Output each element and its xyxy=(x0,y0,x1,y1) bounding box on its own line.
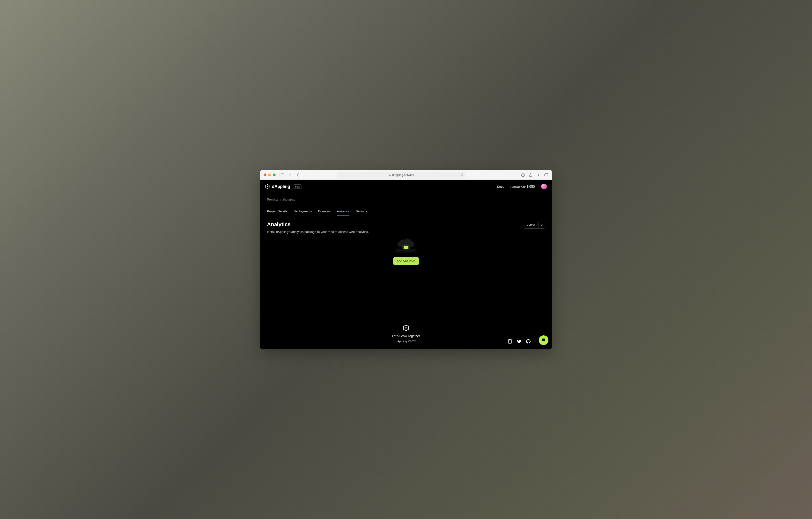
footer: Let's Grow Together dAppling ©2023 xyxy=(260,317,552,349)
tabs: Project Details Deployments Domains Anal… xyxy=(267,207,545,216)
brand-name: dAppling xyxy=(272,184,290,189)
svg-rect-4 xyxy=(545,174,547,176)
footer-social xyxy=(508,339,530,343)
date-range-dropdown[interactable]: 7 days xyxy=(524,222,545,228)
seedling-illustration xyxy=(394,241,418,253)
url-bar[interactable]: dappling.network xyxy=(337,172,465,178)
downloads-icon[interactable] xyxy=(521,173,525,177)
github-icon[interactable] xyxy=(526,339,530,343)
add-analytics-button[interactable]: Add Analytics xyxy=(393,257,419,265)
footer-copyright: dAppling ©2023 xyxy=(396,340,416,343)
docs-link[interactable]: Docs xyxy=(497,185,504,188)
reload-icon[interactable] xyxy=(460,173,464,176)
tab-deployments[interactable]: Deployments xyxy=(294,207,312,216)
footer-logo-icon xyxy=(403,325,409,331)
close-window-button[interactable] xyxy=(264,174,266,176)
brand[interactable]: dAppling Beta xyxy=(265,184,302,189)
share-icon[interactable] xyxy=(529,173,533,177)
url-text: dappling.network xyxy=(392,173,414,177)
breadcrumb-separator: / xyxy=(280,197,281,201)
header-right: Docs namaskar-1f650 xyxy=(497,184,547,189)
date-range-label: 7 days xyxy=(524,222,539,228)
footer-tagline: Let's Grow Together xyxy=(392,334,420,338)
page-title: Analytics xyxy=(267,221,369,227)
minimize-window-button[interactable] xyxy=(268,174,271,176)
breadcrumb-thoughts[interactable]: thoughts xyxy=(283,197,295,201)
tabs-overview-icon[interactable] xyxy=(544,173,548,177)
tab-analytics[interactable]: Analytics xyxy=(337,207,349,216)
traffic-lights xyxy=(264,174,276,176)
forward-button[interactable] xyxy=(303,172,309,178)
new-tab-icon[interactable] xyxy=(536,173,541,177)
svg-rect-6 xyxy=(509,339,510,340)
browser-window: dappling.network xyxy=(260,170,552,349)
page-header: Analytics Install dAppling's analytics p… xyxy=(267,221,545,234)
maximize-window-button[interactable] xyxy=(273,174,276,176)
content: Projects / thoughts Project Details Depl… xyxy=(260,193,552,317)
dropdown-chevron-icon[interactable] xyxy=(287,172,293,178)
back-button[interactable] xyxy=(295,172,301,178)
sidebar-toggle-icon[interactable] xyxy=(280,172,285,178)
browser-toolbar: dappling.network xyxy=(260,170,552,180)
breadcrumb: Projects / thoughts xyxy=(267,193,545,204)
breadcrumb-projects[interactable]: Projects xyxy=(267,197,278,201)
browser-right-controls xyxy=(521,173,548,177)
app-root: dAppling Beta Docs namaskar-1f650 Projec… xyxy=(260,180,552,349)
app-header: dAppling Beta Docs namaskar-1f650 xyxy=(260,180,552,193)
docs-icon[interactable] xyxy=(508,339,512,343)
tab-settings[interactable]: Settings xyxy=(356,207,367,216)
dappling-logo-icon xyxy=(265,184,270,189)
footer-center: Let's Grow Together dAppling ©2023 xyxy=(267,325,545,343)
twitter-icon[interactable] xyxy=(517,339,521,343)
tab-project-details[interactable]: Project Details xyxy=(267,207,287,216)
beta-badge: Beta xyxy=(293,184,302,189)
chevron-down-icon xyxy=(539,222,545,228)
username[interactable]: namaskar-1f650 xyxy=(511,185,535,188)
svg-rect-0 xyxy=(281,174,284,176)
page-description: Install dAppling's analytics package to … xyxy=(267,230,369,234)
lock-icon xyxy=(388,174,391,176)
page-title-block: Analytics Install dAppling's analytics p… xyxy=(267,221,369,234)
svg-rect-2 xyxy=(389,175,390,176)
avatar[interactable] xyxy=(541,184,547,189)
empty-state: Add Analytics xyxy=(267,241,545,265)
tab-domains[interactable]: Domains xyxy=(318,207,330,216)
chat-widget-button[interactable] xyxy=(539,335,548,345)
